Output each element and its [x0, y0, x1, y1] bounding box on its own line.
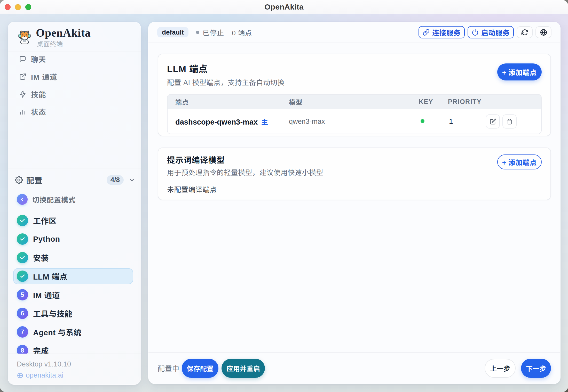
sidebar-item-skills[interactable]: 技能 — [12, 87, 137, 101]
config-progress-badge: 4/8 — [107, 175, 124, 185]
config-step-label: 安装 — [33, 252, 49, 263]
sidebar-spacer — [8, 119, 141, 168]
chevron-left-icon — [17, 194, 28, 205]
endpoint-row: dashscope-qwen3-max主qwen3-max1 — [168, 109, 541, 134]
config-step-label: Agent 与系统 — [33, 326, 82, 338]
config-step-label: 工作区 — [33, 215, 57, 226]
row-actions — [486, 115, 517, 129]
sidebar-item-chat[interactable]: 聊天 — [12, 52, 137, 66]
delete-endpoint-button[interactable] — [502, 115, 517, 129]
check-icon — [20, 255, 25, 260]
akita-dog-logo-icon — [16, 29, 33, 45]
globe-icon — [540, 29, 547, 36]
endpoint-count: 0 端点 — [232, 28, 252, 37]
sidebar-nav: 聊天 IM 通道 技能 — [8, 52, 141, 119]
check-icon — [20, 236, 25, 242]
app-content: OpenAkita 桌面终端 聊天 IM 通道 — [0, 14, 568, 392]
website-link[interactable]: openakita.ai — [17, 371, 132, 379]
refresh-button[interactable] — [517, 26, 533, 38]
next-step-button[interactable]: 下一步 — [521, 359, 551, 378]
apply-restart-button[interactable]: 应用并重启 — [222, 359, 265, 378]
brand-subtitle: 桌面终端 — [37, 41, 63, 47]
config-step-5[interactable]: 5IM 通道 — [13, 287, 133, 303]
chat-bubble-icon — [19, 55, 27, 63]
link-icon — [423, 29, 430, 36]
trash-icon — [506, 118, 513, 125]
sidebar-item-label: IM 通道 — [31, 71, 57, 82]
sidebar-item-label: 状态 — [31, 107, 46, 117]
llm-card-subtitle: 配置 AI 模型端点，支持主备自动切换 — [167, 77, 542, 87]
column-header-endpoint: 端点 — [175, 97, 289, 107]
endpoints-table-header: 端点 模型 KEY PRIORITY — [168, 95, 541, 109]
key-ok-dot-icon — [421, 119, 424, 123]
connect-service-button[interactable]: 连接服务 — [419, 26, 465, 38]
footer-action-bar: 配置中 保存配置 应用并重启 上一步 下一步 — [148, 352, 560, 384]
switch-config-mode-label: 切换配置模式 — [32, 194, 76, 205]
config-step-label: LLM 端点 — [33, 271, 67, 282]
share-icon — [19, 73, 27, 80]
step-number-badge: 8 — [17, 345, 28, 354]
minimize-window-button[interactable] — [15, 4, 21, 10]
brand-name: OpenAkita — [36, 27, 91, 39]
config-step-4[interactable]: LLM 端点 — [13, 268, 133, 284]
config-steps-list: 工作区Python安装LLM 端点5IM 通道6工具与技能7Agent 与系统8… — [8, 209, 141, 354]
close-window-button[interactable] — [5, 4, 11, 10]
config-status-text: 配置中 — [158, 363, 179, 373]
column-header-key: KEY — [419, 98, 448, 105]
compiler-card-title: 提示词编译模型 — [167, 154, 542, 165]
chevron-down-icon[interactable] — [129, 177, 135, 183]
config-step-8[interactable]: 8完成 — [13, 342, 133, 354]
llm-endpoints-card: LLM 端点 配置 AI 模型端点，支持主备自动切换 + 添加端点 端点 模型 … — [158, 54, 551, 136]
sidebar-item-label: 技能 — [31, 89, 46, 99]
compiler-empty-text: 未配置编译端点 — [167, 184, 542, 194]
step-done-icon — [17, 233, 28, 245]
service-status-dot-icon — [196, 31, 199, 34]
window-title: OpenAkita — [264, 3, 304, 11]
lightning-icon — [19, 90, 27, 98]
add-compiler-endpoint-button[interactable]: + 添加端点 — [497, 154, 542, 169]
config-step-1[interactable]: 工作区 — [13, 213, 133, 228]
start-service-button[interactable]: 启动服务 — [468, 26, 514, 38]
endpoints-table: 端点 模型 KEY PRIORITY dashscope-qwen3-max主q… — [167, 94, 542, 134]
config-section-header[interactable]: 配置 4/8 — [8, 168, 141, 186]
config-step-6[interactable]: 6工具与技能 — [13, 305, 133, 321]
config-step-label: Python — [33, 235, 60, 243]
column-header-model: 模型 — [289, 97, 419, 107]
llm-card-title: LLM 端点 — [167, 62, 542, 75]
zoom-window-button[interactable] — [25, 4, 31, 10]
key-status-cell — [419, 119, 448, 124]
gear-icon — [15, 176, 23, 184]
config-step-label: 工具与技能 — [33, 308, 73, 319]
prompt-compiler-card: 提示词编译模型 用于预处理指令的轻量模型，建议使用快速小模型 + 添加端点 未配… — [158, 148, 551, 200]
app-window: OpenAkita — [0, 0, 568, 392]
step-number-badge: 7 — [17, 326, 28, 338]
save-config-button[interactable]: 保存配置 — [182, 359, 218, 378]
previous-step-button[interactable]: 上一步 — [485, 359, 516, 378]
service-header: default 已停止 0 端点 连接服务 启动服务 — [148, 22, 560, 43]
step-number-badge: 6 — [17, 308, 28, 319]
config-step-2[interactable]: Python — [13, 231, 133, 247]
switch-config-mode-button[interactable]: 切换配置模式 — [13, 192, 136, 207]
sidebar: OpenAkita 桌面终端 聊天 IM 通道 — [8, 22, 141, 385]
website-url: openakita.ai — [26, 371, 64, 379]
add-endpoint-button[interactable]: + 添加端点 — [497, 63, 542, 80]
power-icon — [472, 29, 479, 36]
config-step-7[interactable]: 7Agent 与系统 — [13, 324, 133, 340]
edit-endpoint-button[interactable] — [486, 115, 500, 129]
refresh-icon — [521, 29, 528, 36]
edit-icon — [490, 118, 496, 125]
config-section-label: 配置 — [26, 174, 103, 186]
sidebar-header: OpenAkita 桌面终端 — [8, 22, 141, 52]
wizard-nav-buttons: 上一步 下一步 — [485, 359, 551, 378]
main-content: LLM 端点 配置 AI 模型端点，支持主备自动切换 + 添加端点 端点 模型 … — [148, 43, 560, 352]
compiler-card-subtitle: 用于预处理指令的轻量模型，建议使用快速小模型 — [167, 167, 542, 177]
config-step-3[interactable]: 安装 — [13, 250, 133, 266]
sidebar-item-status[interactable]: 状态 — [12, 104, 137, 119]
endpoint-model: qwen3-max — [289, 118, 419, 126]
sidebar-item-im-channels[interactable]: IM 通道 — [12, 69, 137, 84]
language-button[interactable] — [535, 26, 551, 38]
check-icon — [20, 218, 25, 223]
endpoint-name: dashscope-qwen3-max主 — [175, 117, 289, 126]
app-version: Desktop v1.10.10 — [17, 360, 132, 368]
step-done-icon — [17, 215, 28, 226]
